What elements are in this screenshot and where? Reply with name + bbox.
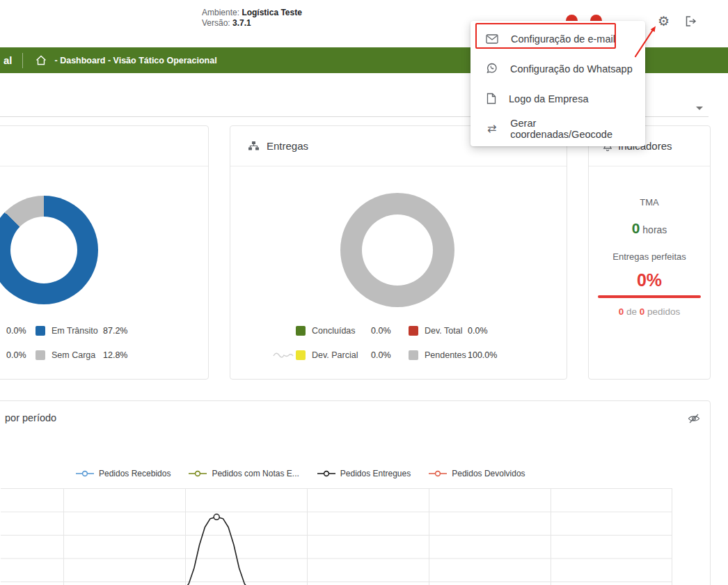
versao-value: 3.7.1 (232, 18, 251, 28)
tma-hours-unit: horas (642, 224, 667, 235)
menu-item-whatsapp-config[interactable]: Configuração do Whatsapp (470, 54, 645, 84)
eye-off-icon[interactable] (688, 413, 700, 424)
ambiente-label: Ambiente: (202, 8, 239, 17)
menu-item-email-config[interactable]: Configuração de e-mail (470, 24, 645, 54)
entregas-legend-row[interactable]: Concluídas 0.0% Dev. Total 0.0% (272, 325, 488, 336)
orders-summary: 0 de 0 pedidos (589, 306, 710, 317)
legend-label: Concluídas (312, 326, 371, 336)
legend-value: 100.0% (468, 350, 497, 360)
settings-gear-icon[interactable]: ⚙ (658, 13, 670, 29)
period-line-chart (1, 488, 672, 585)
file-icon (486, 93, 496, 104)
frota-card: 0.0% Em Trânsito 87.2% 0.0% Sem Carga 12… (0, 125, 209, 380)
menu-item-geocode[interactable]: ⇄ Gerar coordenadas/Geocode (470, 114, 645, 143)
menu-item-label: Gerar coordenadas/Geocode (510, 118, 635, 140)
legend-value: 0.0% (468, 326, 488, 336)
line-chart-legend: Pedidos Recebidos Pedidos com Notas E...… (76, 469, 525, 478)
legend-item-pedidos-entregues[interactable]: Pedidos Entregues (317, 469, 411, 478)
email-icon (486, 34, 498, 44)
indicadores-card: Indicadores TMA 0horas Entregas perfeita… (588, 125, 711, 380)
frota-legend-row[interactable]: 0.0% Sem Carga 12.8% (6, 350, 127, 360)
orders-count: 0 (619, 306, 624, 317)
menu-item-label: Logo da Empresa (509, 93, 588, 104)
card-title: Entregas (267, 140, 308, 152)
dashboard-screen: Ambiente: Logística Teste Versão: 3.7.1 … (0, 0, 728, 585)
chevron-down-icon (696, 107, 703, 110)
orders-total: 0 (640, 306, 645, 317)
tma-hours-number: 0 (632, 220, 640, 236)
versao-label: Versão: (202, 18, 230, 28)
line-marker-icon (76, 470, 94, 477)
legend-value: 0.0% (6, 350, 35, 360)
legend-label: Pedidos com Notas E... (212, 469, 299, 478)
sparkline-squiggle-icon (272, 349, 296, 361)
frota-card-header (0, 126, 208, 166)
legend-label: Sem Carga (52, 350, 103, 360)
legend-value: 87.2% (103, 326, 127, 336)
legend-label: Pedidos Devolvidos (452, 469, 525, 478)
donut-hole (362, 214, 433, 286)
card-title: por período (5, 412, 56, 423)
legend-label: Dev. Parcial (312, 350, 371, 360)
entregas-donut-chart (340, 193, 454, 307)
legend-swatch (296, 350, 306, 360)
progress-bar (598, 295, 701, 298)
ambiente-line: Ambiente: Logística Teste (202, 8, 302, 18)
navbar-divider (22, 53, 23, 68)
legend-value: 0.0% (6, 326, 35, 336)
settings-dropdown-menu: Configuração de e-mail Configuração do W… (470, 21, 645, 146)
line-marker-icon (429, 470, 447, 477)
orders-of-text: de (626, 306, 637, 317)
legend-label: Pedidos Recebidos (99, 469, 171, 478)
legend-swatch (409, 350, 418, 360)
orders-suffix-text: pedidos (647, 306, 680, 317)
donut-hole (10, 217, 77, 283)
tma-label: TMA (589, 197, 710, 208)
menu-item-company-logo[interactable]: Logo da Empresa (470, 84, 645, 114)
menu-item-label: Configuração de e-mail (511, 33, 615, 45)
whatsapp-icon (486, 63, 498, 75)
legend-value: 0.0% (371, 350, 409, 360)
legend-swatch (296, 326, 306, 336)
sitemap-icon (248, 141, 260, 151)
versao-line: Versão: 3.7.1 (202, 18, 302, 29)
line-marker-icon (189, 470, 207, 477)
perfect-deliveries-label: Entregas perfeitas (589, 251, 710, 262)
environment-info: Ambiente: Logística Teste Versão: 3.7.1 (202, 8, 302, 29)
logout-icon[interactable] (685, 15, 697, 27)
legend-label: Em Trânsito (52, 326, 103, 336)
legend-swatch (35, 326, 45, 336)
legend-swatch (409, 326, 418, 336)
tma-value: 0horas (589, 220, 710, 237)
ambiente-value: Logística Teste (242, 8, 301, 17)
legend-label: Dev. Total (425, 326, 468, 336)
legend-value: 12.8% (103, 350, 127, 360)
menu-item-label: Configuração do Whatsapp (510, 63, 633, 75)
home-icon[interactable] (35, 55, 47, 65)
legend-item-pedidos-devolvidos[interactable]: Pedidos Devolvidos (429, 469, 525, 478)
legend-label: Pendentes (425, 350, 468, 360)
legend-item-pedidos-com-notas[interactable]: Pedidos com Notas E... (189, 469, 299, 478)
line-marker-icon (317, 470, 335, 477)
frota-donut-chart (0, 196, 98, 304)
periodo-card: por período Pedidos Recebidos Pedidos co… (0, 400, 711, 585)
legend-value: 0.0% (371, 326, 409, 336)
entregas-legend-row[interactable]: Dev. Parcial 0.0% Pendentes 100.0% (272, 350, 497, 360)
perfect-deliveries-value: 0% (589, 270, 710, 290)
legend-label: Pedidos Entregues (340, 469, 411, 478)
legend-swatch (35, 350, 45, 360)
entregas-card: Entregas Concluídas 0.0% Dev. Total 0.0%… (230, 125, 567, 380)
swap-arrows-icon: ⇄ (486, 122, 498, 135)
logo-text-fragment: al (3, 54, 13, 66)
breadcrumb: - Dashboard - Visão Tático Operacional (55, 56, 217, 65)
legend-item-pedidos-recebidos[interactable]: Pedidos Recebidos (76, 469, 171, 478)
frota-legend-row[interactable]: 0.0% Em Trânsito 87.2% (6, 325, 127, 336)
